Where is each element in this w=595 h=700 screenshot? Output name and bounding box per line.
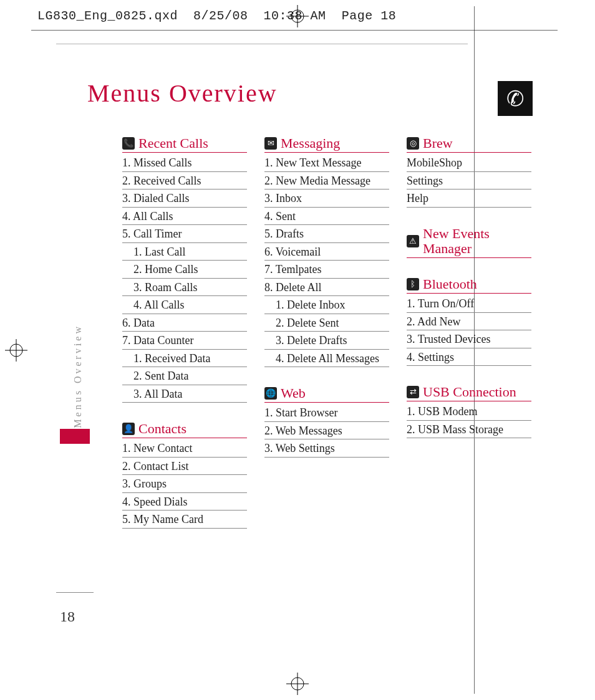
menu-item: 5. My Name Card [122, 511, 247, 529]
section-title: Messaging [281, 136, 340, 151]
header-filename: LG830_Eng_0825.qxd [37, 9, 178, 23]
menu-item: 4. All Calls [122, 208, 247, 226]
print-header: LG830_Eng_0825.qxd 8/25/08 10:38 AM Page… [37, 9, 396, 23]
menu-section: 👤Contacts1. New Contact2. Contact List3.… [122, 421, 247, 529]
menu-item: 4. Speed Dials [122, 493, 247, 511]
menu-item: 1. Delete Inbox [264, 296, 389, 314]
columns-container: 📞Recent Calls1. Missed Calls2. Received … [122, 136, 534, 547]
menu-item: 1. Last Call [122, 243, 247, 261]
side-label: Menus Overview [72, 324, 84, 428]
menu-item: 2. USB Mass Storage [407, 421, 531, 439]
section-heading: 🌐Web [264, 386, 389, 403]
section-title: Web [281, 386, 306, 401]
header-date: 8/25/08 [193, 9, 248, 23]
menu-item: 7. Data Counter [122, 332, 247, 350]
menu-item: 3. Trusted Devices [407, 330, 531, 348]
menu-item: 8. Delete All [264, 279, 389, 297]
menu-item: 2. Contact List [122, 458, 247, 476]
section-icon: 👤 [122, 423, 135, 435]
section-icon: ᛒ [407, 278, 419, 290]
menu-item: 4. Delete All Messages [264, 350, 389, 368]
section-heading: ⚠New Events Manager [407, 226, 531, 258]
menu-item: 1. USB Modem [407, 403, 531, 421]
menu-item: 1. Start Browser [264, 404, 389, 422]
menu-section: ᛒBluetooth1. Turn On/Off2. Add New3. Tru… [407, 277, 531, 366]
menu-item: 2. New Media Message [264, 172, 389, 190]
section-heading: ᛒBluetooth [407, 277, 531, 294]
menu-item: 4. Settings [407, 348, 531, 367]
phone-icon: ✆ [498, 81, 533, 116]
header-page: Page 18 [342, 9, 397, 23]
menu-item: 1. New Text Message [264, 154, 389, 172]
menu-item: 2. Received Calls [122, 172, 247, 190]
menu-item: 3. Inbox [264, 189, 389, 208]
registration-mark-top-icon [286, 5, 309, 27]
section-title: New Events Manager [423, 226, 531, 256]
menu-item: 2. Sent Data [122, 367, 247, 385]
menu-section: ✉Messaging1. New Text Message2. New Medi… [264, 136, 389, 367]
menu-section: 🌐Web1. Start Browser2. Web Messages3. We… [264, 386, 389, 458]
phone-glyph: ✆ [506, 86, 524, 111]
menu-item: 3. All Data [122, 385, 247, 403]
section-icon: ✉ [264, 137, 277, 150]
column: ◎BrewMobileShopSettingsHelp⚠New Events M… [407, 136, 531, 547]
side-rule [56, 592, 94, 593]
section-icon: ◎ [407, 137, 419, 150]
menu-item: 6. Data [122, 314, 247, 332]
menu-section: ⇄USB Connection1. USB Modem2. USB Mass S… [407, 385, 531, 438]
menu-item: 5. Call Timer [122, 225, 247, 243]
section-icon: ⚠ [407, 235, 419, 247]
section-icon: 📞 [122, 137, 135, 150]
rule-top [31, 30, 558, 31]
page-title: Menus Overview [87, 79, 278, 108]
menu-item: 3. Roam Calls [122, 279, 247, 297]
section-heading: 📞Recent Calls [122, 136, 247, 153]
column: 📞Recent Calls1. Missed Calls2. Received … [122, 136, 247, 547]
menu-item: 5. Drafts [264, 225, 389, 243]
rule-top-inner [56, 44, 468, 44]
menu-item: 6. Voicemail [264, 243, 389, 261]
side-accent-bar [60, 429, 90, 444]
section-heading: ⇄USB Connection [407, 385, 531, 401]
menu-item: 2. Delete Sent [264, 314, 389, 332]
menu-item: 7. Temlpates [264, 261, 389, 279]
menu-item: 1. Received Data [122, 350, 247, 368]
menu-item: 4. Sent [264, 208, 389, 226]
menu-item: 3. Groups [122, 475, 247, 493]
section-heading: 👤Contacts [122, 421, 247, 438]
menu-item: 1. Turn On/Off [407, 295, 531, 313]
registration-mark-left-icon [5, 339, 27, 362]
menu-item: 2. Add New [407, 313, 531, 331]
section-heading: ◎Brew [407, 136, 531, 153]
registration-mark-bottom-icon [286, 673, 309, 695]
section-heading: ✉Messaging [264, 136, 389, 153]
menu-item: 3. Delete Drafts [264, 332, 389, 350]
menu-section: 📞Recent Calls1. Missed Calls2. Received … [122, 136, 247, 403]
menu-item: 2. Home Calls [122, 261, 247, 279]
menu-item: 4. All Calls [122, 296, 247, 314]
menu-item: MobileShop [407, 154, 531, 172]
section-title: Bluetooth [423, 277, 477, 292]
menu-section: ⚠New Events Manager [407, 226, 531, 258]
section-title: Recent Calls [138, 136, 208, 151]
section-icon: ⇄ [407, 386, 419, 398]
column: ✉Messaging1. New Text Message2. New Medi… [264, 136, 389, 547]
section-title: Brew [423, 136, 453, 151]
menu-item: 3. Web Settings [264, 439, 389, 458]
menu-item: 1. New Contact [122, 439, 247, 458]
menu-item: Settings [407, 172, 531, 190]
menu-item: Help [407, 189, 531, 208]
menu-item: 1. Missed Calls [122, 154, 247, 172]
page-number: 18 [60, 608, 75, 625]
menu-item: 3. Dialed Calls [122, 189, 247, 208]
menu-section: ◎BrewMobileShopSettingsHelp [407, 136, 531, 208]
section-title: Contacts [138, 421, 186, 436]
section-icon: 🌐 [264, 387, 277, 400]
section-title: USB Connection [423, 385, 516, 400]
menu-item: 2. Web Messages [264, 422, 389, 440]
